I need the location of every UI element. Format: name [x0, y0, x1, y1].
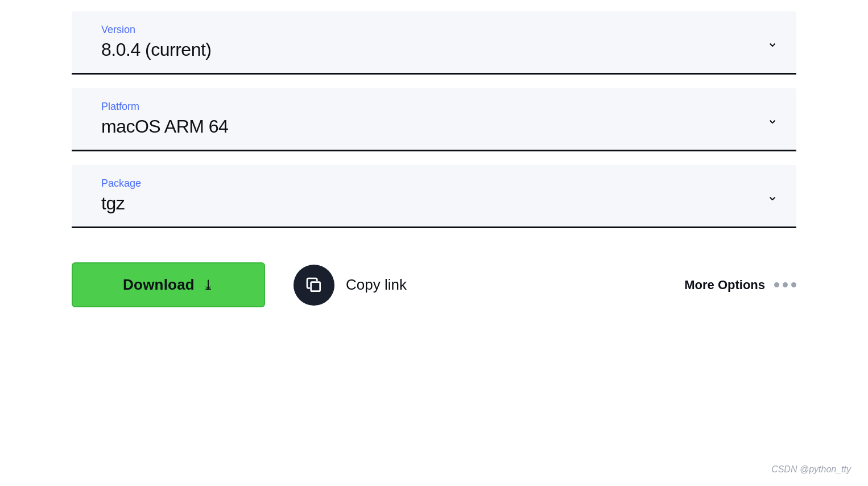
platform-dropdown[interactable]: Platform macOS ARM 64 ⌄	[72, 88, 796, 150]
svg-rect-0	[311, 282, 320, 291]
dot-3	[791, 282, 796, 287]
platform-content: Platform macOS ARM 64	[101, 101, 228, 137]
platform-value: macOS ARM 64	[101, 116, 228, 137]
copy-icon-circle	[294, 265, 334, 306]
version-value: 8.0.4 (current)	[101, 39, 211, 60]
platform-chevron-icon: ⌄	[767, 111, 778, 127]
version-chevron-icon: ⌄	[767, 34, 778, 50]
spacer-2	[72, 151, 796, 165]
package-chevron-icon: ⌄	[767, 188, 778, 204]
copy-link-label: Copy link	[346, 276, 407, 294]
copy-icon	[305, 276, 323, 294]
spacer-1	[72, 75, 796, 88]
watermark: CSDN @python_tty	[771, 464, 851, 475]
copy-link-section[interactable]: Copy link	[294, 265, 407, 306]
actions-row: Download ⤓ Copy link More Options	[72, 262, 796, 307]
dot-1	[774, 282, 779, 287]
download-button[interactable]: Download ⤓	[72, 262, 265, 307]
version-content: Version 8.0.4 (current)	[101, 24, 211, 60]
dot-2	[783, 282, 788, 287]
download-button-label: Download	[123, 276, 195, 294]
main-container: Version 8.0.4 (current) ⌄ Platform macOS…	[0, 11, 868, 307]
platform-label: Platform	[101, 101, 228, 113]
more-options-dots-icon	[774, 282, 796, 287]
package-divider	[72, 226, 796, 228]
package-label: Package	[101, 178, 141, 190]
more-options-section[interactable]: More Options	[684, 278, 796, 293]
package-content: Package tgz	[101, 178, 141, 214]
package-value: tgz	[101, 193, 141, 214]
version-dropdown[interactable]: Version 8.0.4 (current) ⌄	[72, 11, 796, 73]
download-icon: ⤓	[202, 277, 214, 293]
version-label: Version	[101, 24, 211, 36]
package-dropdown[interactable]: Package tgz ⌄	[72, 165, 796, 226]
more-options-label: More Options	[684, 278, 765, 293]
